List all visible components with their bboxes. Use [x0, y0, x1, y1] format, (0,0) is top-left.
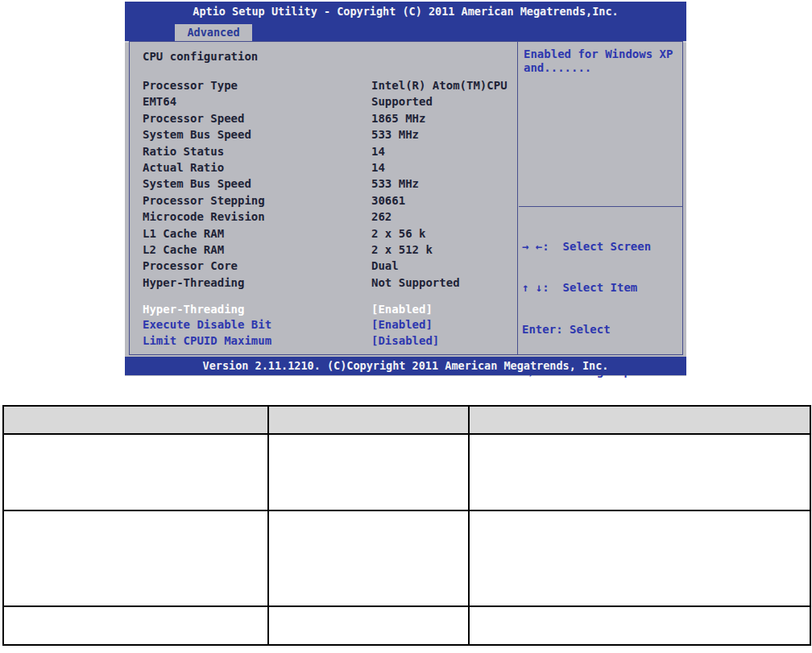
- bios-left-pane: CPU configuration Processor TypeIntel(R)…: [130, 42, 518, 354]
- info-row: L1 Cache RAM2 x 56 k: [130, 225, 517, 242]
- info-label: Actual Ratio: [143, 161, 224, 174]
- info-value: Supported: [371, 93, 433, 110]
- info-label: Processor Type: [143, 79, 238, 92]
- table-cell: [3, 606, 268, 645]
- setting-label: Limit CPUID Maximum: [143, 334, 271, 347]
- info-row: EMT64Supported: [130, 93, 517, 110]
- table-cell: [469, 510, 810, 606]
- info-label: Microcode Revision: [143, 210, 265, 223]
- info-label: Hyper-Threading: [143, 276, 244, 289]
- table-row: [3, 606, 810, 645]
- info-value: Intel(R) Atom(TM)CPU: [371, 77, 508, 93]
- legend-select-item: ↑ ↓: Select Item: [522, 281, 679, 295]
- settings-list: Hyper-Threading[Enabled] Execute Disable…: [130, 302, 517, 349]
- setting-execute-disable-bit[interactable]: Execute Disable Bit[Enabled]: [130, 317, 517, 333]
- table-row: [3, 510, 810, 606]
- table-cell: [469, 434, 810, 510]
- info-row: Ratio Status14: [130, 143, 517, 159]
- bios-main-area: CPU configuration Processor TypeIntel(R)…: [129, 41, 683, 355]
- table-cell: [268, 606, 469, 645]
- setting-value: [Enabled]: [371, 302, 433, 317]
- setting-hyper-threading[interactable]: Hyper-Threading[Enabled]: [130, 302, 517, 317]
- table-cell: [3, 510, 268, 606]
- info-row: Hyper-ThreadingNot Supported: [130, 275, 517, 291]
- info-label: Processor Core: [143, 259, 238, 272]
- info-row: Processor CoreDual: [130, 258, 517, 274]
- info-row: System Bus Speed533 MHz: [130, 126, 517, 143]
- setting-value: [Enabled]: [371, 317, 433, 333]
- info-value: 1865 MHz: [371, 110, 425, 126]
- legend-enter-select: Enter: Select: [522, 323, 679, 337]
- bios-screenshot: Aptio Setup Utility - Copyright (C) 2011…: [125, 2, 686, 376]
- info-value: 533 MHz: [371, 126, 419, 143]
- info-row: Processor TypeIntel(R) Atom(TM)CPU: [130, 77, 517, 93]
- info-label: Processor Stepping: [143, 194, 265, 207]
- table-header-cell: [268, 406, 469, 434]
- info-label: L2 Cache RAM: [143, 243, 224, 256]
- setting-value: [Disabled]: [371, 333, 439, 349]
- table-cell: [469, 606, 810, 645]
- setting-limit-cpuid-maximum[interactable]: Limit CPUID Maximum[Disabled]: [130, 333, 517, 349]
- section-title: CPU configuration: [143, 48, 517, 64]
- info-row: Microcode Revision262: [130, 209, 517, 225]
- table-header-row: [3, 406, 810, 434]
- info-value: 14: [371, 143, 385, 159]
- info-row: Processor Stepping30661: [130, 192, 517, 209]
- help-line: Enabled for Windows XP: [524, 48, 677, 61]
- legend-select-screen: → ←: Select Screen: [522, 240, 679, 254]
- info-label: Processor Speed: [143, 112, 244, 125]
- info-value: 14: [371, 159, 385, 176]
- description-table: [2, 405, 811, 646]
- info-label: System Bus Speed: [143, 177, 251, 190]
- bios-tab-strip: Advanced: [125, 22, 686, 43]
- setting-label: Execute Disable Bit: [143, 318, 271, 331]
- info-value: 262: [371, 209, 392, 225]
- bios-footer-bar: Version 2.11.1210. (C)Copyright 2011 Ame…: [125, 357, 686, 375]
- table-header-cell: [3, 406, 268, 434]
- info-label: System Bus Speed: [143, 128, 251, 141]
- info-row: Processor Speed1865 MHz: [130, 110, 517, 126]
- info-value: Dual: [371, 258, 399, 274]
- help-line: and.......: [524, 61, 677, 75]
- table-cell: [268, 510, 469, 606]
- bios-right-pane: Enabled for Windows XP and....... → ←: S…: [519, 42, 682, 354]
- info-value: 533 MHz: [371, 176, 419, 192]
- cpu-info-list: Processor TypeIntel(R) Atom(TM)CPU EMT64…: [130, 77, 517, 291]
- table-row: [3, 434, 810, 510]
- manual-page: Aptio Setup Utility - Copyright (C) 2011…: [0, 0, 812, 653]
- tab-advanced[interactable]: Advanced: [175, 24, 252, 41]
- info-value: 2 x 512 k: [371, 242, 433, 258]
- info-label: Ratio Status: [143, 145, 224, 158]
- info-value: 2 x 56 k: [371, 225, 425, 242]
- table-cell: [3, 434, 268, 510]
- setting-label: Hyper-Threading: [143, 303, 244, 316]
- info-row: System Bus Speed533 MHz: [130, 176, 517, 192]
- info-value: Not Supported: [371, 275, 460, 291]
- info-label: EMT64: [143, 95, 176, 108]
- bios-title-bar: Aptio Setup Utility - Copyright (C) 2011…: [125, 2, 686, 22]
- table-header-cell: [469, 406, 810, 434]
- info-value: 30661: [371, 192, 405, 209]
- info-row: Actual Ratio14: [130, 159, 517, 176]
- item-help-box: Enabled for Windows XP and.......: [519, 42, 682, 207]
- info-row: L2 Cache RAM2 x 512 k: [130, 242, 517, 258]
- table-cell: [268, 434, 469, 510]
- info-label: L1 Cache RAM: [143, 227, 224, 240]
